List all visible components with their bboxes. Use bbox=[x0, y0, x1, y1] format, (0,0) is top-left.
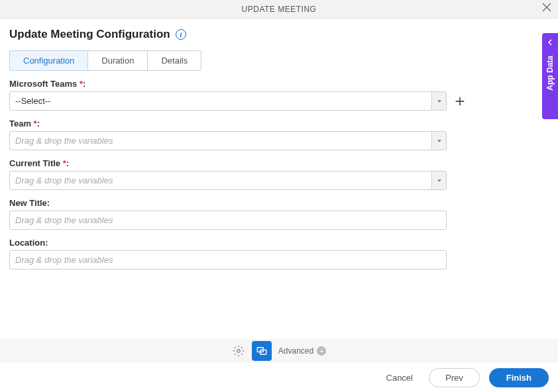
cancel-button[interactable]: Cancel bbox=[380, 369, 419, 387]
bottom-toolbar: Advanced + bbox=[0, 339, 558, 363]
field-group-current-title: Current Title *: bbox=[9, 158, 549, 190]
msteams-select[interactable]: --Select-- bbox=[9, 91, 447, 111]
add-button[interactable] bbox=[452, 93, 468, 109]
tabs-container: Configuration Duration Details bbox=[9, 50, 549, 71]
label-msteams: Microsoft Teams *: bbox=[9, 79, 549, 89]
advanced-toggle[interactable]: Advanced + bbox=[278, 346, 326, 356]
close-icon[interactable] bbox=[542, 3, 551, 15]
tab-details[interactable]: Details bbox=[148, 50, 201, 71]
page-title: Update Meeting Configuration i bbox=[9, 28, 549, 41]
team-field[interactable] bbox=[9, 131, 447, 150]
location-input[interactable] bbox=[10, 251, 446, 269]
content: Update Meeting Configuration i Configura… bbox=[0, 19, 558, 270]
chevron-left-icon bbox=[546, 38, 554, 46]
label-current-title: Current Title *: bbox=[9, 158, 549, 168]
field-group-msteams: Microsoft Teams *: --Select-- bbox=[9, 79, 549, 111]
msteams-select-value: --Select-- bbox=[10, 92, 431, 110]
finish-button[interactable]: Finish bbox=[489, 368, 549, 387]
current-title-input[interactable] bbox=[10, 172, 431, 189]
field-group-team: Team *: bbox=[9, 119, 549, 150]
prev-button[interactable]: Prev bbox=[429, 368, 480, 387]
new-title-field[interactable] bbox=[9, 211, 447, 230]
tab-duration[interactable]: Duration bbox=[88, 50, 148, 71]
location-field[interactable] bbox=[9, 250, 447, 270]
config-tool-icon[interactable] bbox=[252, 341, 272, 361]
page-title-text: Update Meeting Configuration bbox=[9, 28, 170, 41]
field-group-location: Location: bbox=[9, 238, 549, 270]
gear-icon[interactable] bbox=[232, 344, 245, 358]
label-location: Location: bbox=[9, 238, 549, 248]
title-bar-text: UPDATE MEETING bbox=[242, 5, 317, 14]
plus-circle-icon: + bbox=[317, 346, 326, 356]
advanced-label-text: Advanced bbox=[278, 346, 313, 356]
current-title-field[interactable] bbox=[9, 171, 447, 190]
label-new-title: New Title: bbox=[9, 198, 549, 208]
chevron-down-icon[interactable] bbox=[431, 172, 446, 189]
info-icon[interactable]: i bbox=[176, 29, 186, 40]
label-team: Team *: bbox=[9, 119, 549, 128]
team-input[interactable] bbox=[10, 132, 431, 150]
new-title-input[interactable] bbox=[10, 211, 446, 229]
side-tab-label: App Data bbox=[545, 56, 555, 91]
tab-configuration[interactable]: Configuration bbox=[9, 50, 88, 71]
field-group-new-title: New Title: bbox=[9, 198, 549, 230]
app-data-side-tab[interactable]: App Data bbox=[542, 33, 558, 119]
svg-point-0 bbox=[237, 350, 241, 353]
footer: Cancel Prev Finish bbox=[0, 363, 558, 392]
title-bar: UPDATE MEETING bbox=[0, 0, 558, 19]
chevron-down-icon[interactable] bbox=[431, 132, 446, 150]
chevron-down-icon[interactable] bbox=[431, 92, 446, 110]
